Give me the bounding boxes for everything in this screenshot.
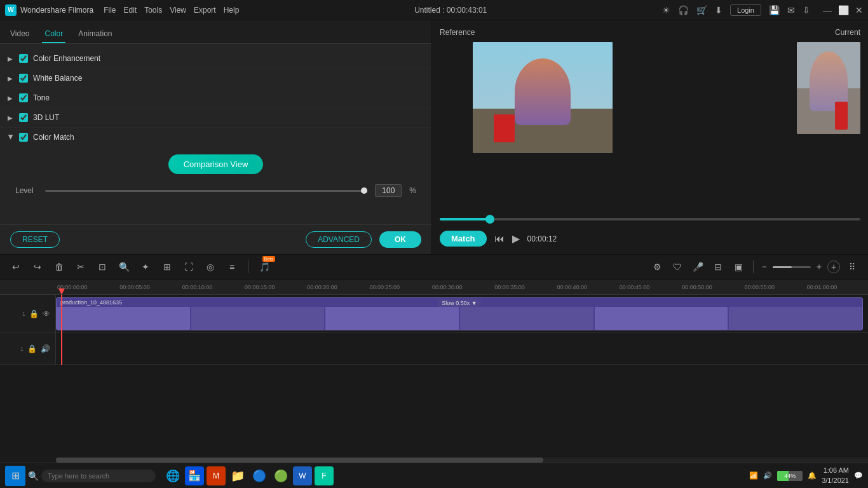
- taskbar-store-icon[interactable]: 🏪: [185, 466, 204, 485]
- clip-speed-badge[interactable]: Slow 0.50x ▼: [438, 299, 480, 307]
- timeline-scrollbar[interactable]: [56, 458, 868, 463]
- audio-button[interactable]: ≡: [224, 259, 240, 275]
- audio-lock-icon[interactable]: 🔒: [27, 344, 37, 353]
- audio-volume-icon[interactable]: 🔊: [41, 344, 50, 353]
- clip-thumb-4: [460, 307, 593, 330]
- play-button[interactable]: ▶: [512, 233, 520, 245]
- redo-button[interactable]: ↪: [29, 259, 46, 275]
- cut-button[interactable]: ✂: [72, 259, 89, 275]
- comparison-view-button[interactable]: Comparison View: [168, 154, 264, 174]
- download-icon[interactable]: ⬇: [715, 5, 722, 15]
- color-button[interactable]: ◎: [202, 259, 219, 275]
- section-color-match-header[interactable]: ▶ Color Match: [0, 128, 431, 147]
- shield-button[interactable]: 🛡: [669, 259, 686, 275]
- taskbar-app2-icon[interactable]: M: [207, 466, 226, 485]
- beat-button[interactable]: 🎵 Beta: [256, 259, 273, 275]
- rewind-button[interactable]: ⏮: [494, 233, 505, 245]
- undo-button[interactable]: ↩: [8, 259, 24, 275]
- zoom-in-button[interactable]: ＋: [815, 261, 824, 273]
- headphone-icon[interactable]: 🎧: [678, 5, 689, 15]
- taskbar-chrome-icon[interactable]: 🔵: [250, 466, 269, 485]
- start-button[interactable]: ⊞: [5, 466, 25, 486]
- zoom-out-button[interactable]: －: [760, 261, 769, 273]
- ruler-mark-11: 00:00:55:00: [743, 284, 805, 290]
- transform-button[interactable]: ⊞: [159, 259, 175, 275]
- crop-button[interactable]: ⊡: [94, 259, 111, 275]
- taskbar-filmora-icon[interactable]: F: [315, 466, 334, 485]
- 3dlut-checkbox[interactable]: [19, 113, 28, 122]
- reset-button[interactable]: RESET: [10, 231, 60, 248]
- color-enhancement-checkbox[interactable]: [19, 54, 28, 63]
- time-display: 00:00:12: [527, 234, 557, 243]
- network-icon[interactable]: 📶: [749, 471, 758, 480]
- section-white-balance-header[interactable]: ▶ White Balance: [0, 69, 431, 88]
- mic-button[interactable]: 🎤: [689, 259, 706, 275]
- section-3dlut-header[interactable]: ▶ 3D LUT: [0, 108, 431, 127]
- eye-icon[interactable]: 👁: [43, 309, 50, 318]
- scrubber-thumb[interactable]: [485, 215, 494, 224]
- match-button[interactable]: Match: [440, 231, 487, 247]
- zoom-slider-fill: [773, 266, 792, 268]
- minimize-button[interactable]: —: [823, 5, 832, 15]
- current-preview: [655, 42, 860, 134]
- search-icon[interactable]: 🔍: [28, 471, 39, 481]
- subtitle-button[interactable]: ⊟: [710, 259, 726, 275]
- level-value-input[interactable]: [375, 184, 402, 197]
- section-color-enhancement-header[interactable]: ▶ Color Enhancement: [0, 49, 431, 68]
- scrollbar-thumb[interactable]: [56, 458, 543, 463]
- zoom-fit-button[interactable]: 🔍: [116, 259, 132, 275]
- effect-button[interactable]: ✦: [137, 259, 154, 275]
- tab-color[interactable]: Color: [42, 25, 65, 43]
- notification-badge-icon[interactable]: 💬: [854, 471, 863, 480]
- scrubber-row: [440, 218, 860, 227]
- timeline: 00:00:00:00 00:00:05:00 00:00:10:00 00:0…: [0, 280, 868, 463]
- taskbar-edge-icon[interactable]: 🌐: [163, 466, 182, 485]
- tone-checkbox[interactable]: [19, 93, 28, 102]
- fullscreen-button[interactable]: ⛶: [180, 259, 197, 275]
- toolbar: ↩ ↪ 🗑 ✂ ⊡ 🔍 ✦ ⊞ ⛶ ◎ ≡ 🎵 Beta ⚙ 🛡 🎤 ⊟ ▣ －…: [0, 254, 868, 280]
- zoom-slider[interactable]: [773, 266, 811, 268]
- video-track-row[interactable]: production_10_4881635 Slow 0.50x ▼: [56, 295, 868, 333]
- delete-button[interactable]: 🗑: [51, 259, 67, 275]
- color-match-checkbox[interactable]: [19, 133, 28, 142]
- ok-button[interactable]: OK: [379, 231, 421, 248]
- timeline-ruler: 00:00:00:00 00:00:05:00 00:00:10:00 00:0…: [0, 280, 868, 295]
- taskbar-browser2-icon[interactable]: 🟢: [271, 466, 290, 485]
- tab-video[interactable]: Video: [8, 25, 32, 43]
- download2-icon[interactable]: ⇩: [803, 5, 810, 15]
- scrubber-track[interactable]: [440, 218, 860, 220]
- time-date[interactable]: 1:06 AM 3/1/2021: [822, 466, 849, 485]
- advanced-button[interactable]: ADVANCED: [306, 231, 372, 248]
- menu-tools[interactable]: Tools: [144, 6, 162, 15]
- taskbar-search-input[interactable]: [41, 470, 156, 482]
- notification-icon[interactable]: 🔔: [808, 471, 817, 480]
- cart-icon[interactable]: 🛒: [696, 5, 707, 15]
- taskbar-files-icon[interactable]: 📁: [228, 466, 247, 485]
- menu-help[interactable]: Help: [224, 6, 240, 15]
- add-track-button[interactable]: +: [827, 261, 840, 273]
- brightness-icon[interactable]: ☀: [662, 5, 670, 15]
- drag-button[interactable]: ⠿: [844, 259, 860, 275]
- caption-button[interactable]: ▣: [730, 259, 747, 275]
- sound-icon[interactable]: 🔊: [763, 471, 772, 480]
- video-clip[interactable]: production_10_4881635 Slow 0.50x ▼: [56, 297, 863, 330]
- menu-view[interactable]: View: [170, 6, 186, 15]
- menu-export[interactable]: Export: [194, 6, 216, 15]
- ruler-mark-1: 00:00:05:00: [118, 284, 180, 290]
- settings-button[interactable]: ⚙: [649, 259, 665, 275]
- white-balance-checkbox[interactable]: [19, 74, 28, 83]
- mail-icon[interactable]: ✉: [787, 5, 795, 15]
- audio-track-row[interactable]: [56, 333, 868, 365]
- menu-edit[interactable]: Edit: [124, 6, 137, 15]
- save-icon[interactable]: 💾: [769, 5, 780, 15]
- chevron-right-icon: ▶: [8, 55, 14, 62]
- taskbar-word-icon[interactable]: W: [293, 466, 312, 485]
- menu-file[interactable]: File: [104, 6, 116, 15]
- lock-icon[interactable]: 🔒: [29, 309, 39, 318]
- tab-animation[interactable]: Animation: [76, 25, 114, 43]
- close-button[interactable]: ✕: [855, 5, 863, 15]
- maximize-button[interactable]: ⬜: [838, 5, 849, 15]
- section-tone-header[interactable]: ▶ Tone: [0, 88, 431, 107]
- level-slider[interactable]: [45, 190, 367, 192]
- login-button[interactable]: Login: [730, 4, 761, 16]
